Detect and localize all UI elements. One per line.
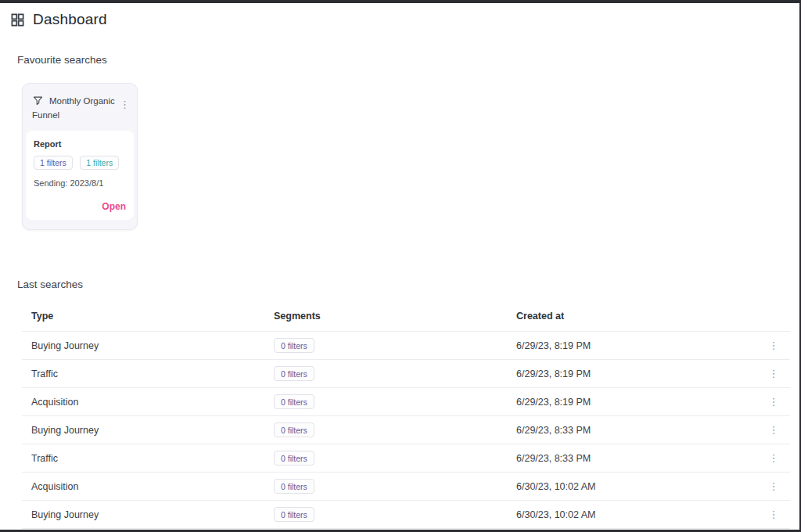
segments-badge: 0 filters bbox=[274, 422, 314, 437]
filter-badge: 1 filters bbox=[80, 156, 119, 170]
table-row[interactable]: Buying Journey 0 filters 6/30/23, 10:02 … bbox=[22, 501, 790, 529]
window-frame-top bbox=[0, 0, 801, 3]
row-created-at: 6/29/23, 8:19 PM bbox=[516, 368, 757, 379]
segments-badge: 0 filters bbox=[274, 366, 314, 381]
row-created-at: 6/29/23, 8:33 PM bbox=[516, 453, 757, 464]
funnel-icon bbox=[32, 95, 44, 106]
page-title: Dashboard bbox=[33, 11, 107, 28]
row-type: Acquisition bbox=[22, 397, 274, 408]
open-link[interactable]: Open bbox=[34, 201, 126, 212]
sending-date: Sending: 2023/8/1 bbox=[34, 178, 126, 188]
row-type: Buying Journey bbox=[22, 425, 274, 436]
last-searches-heading: Last searches bbox=[17, 279, 801, 290]
last-searches-table: Type Segments Created at Buying Journey … bbox=[22, 303, 790, 532]
row-type: Buying Journey bbox=[22, 340, 274, 351]
favourite-card-body: Report 1 filters 1 filters Sending: 2023… bbox=[26, 131, 134, 220]
table-row[interactable]: Acquisition 0 filters 6/29/23, 8:19 PM ⋮ bbox=[22, 388, 790, 416]
column-header-created-at: Created at bbox=[516, 311, 757, 322]
filter-badge: 1 filters bbox=[34, 156, 73, 170]
row-type: Buying Journey bbox=[22, 509, 274, 520]
row-type: Traffic bbox=[22, 368, 274, 379]
segments-badge: 0 filters bbox=[274, 394, 314, 409]
segments-badge: 0 filters bbox=[274, 338, 314, 353]
favourite-card-title: Monthly Organic Funnel bbox=[32, 96, 115, 120]
column-header-type: Type bbox=[22, 311, 274, 322]
favourite-card-header: ⋮ Monthly Organic Funnel bbox=[23, 84, 137, 127]
row-created-at: 6/29/23, 8:19 PM bbox=[516, 397, 757, 408]
report-label: Report bbox=[34, 139, 126, 149]
segments-badge: 0 filters bbox=[274, 479, 314, 494]
app-header: Dashboard bbox=[10, 11, 801, 28]
table-header-row: Type Segments Created at bbox=[22, 303, 790, 332]
table-row[interactable]: Traffic 0 filters 6/29/23, 8:33 PM ⋮ bbox=[22, 444, 790, 473]
grid-icon bbox=[10, 13, 25, 27]
row-created-at: 6/29/23, 8:33 PM bbox=[516, 425, 757, 436]
row-created-at: 6/29/23, 8:19 PM bbox=[516, 340, 757, 351]
segments-badge: 0 filters bbox=[274, 507, 314, 522]
kebab-menu-icon[interactable]: ⋮ bbox=[757, 424, 790, 436]
kebab-menu-icon[interactable]: ⋮ bbox=[757, 480, 790, 492]
row-type: Acquisition bbox=[22, 481, 274, 492]
filter-badges: 1 filters 1 filters bbox=[34, 155, 126, 170]
kebab-menu-icon[interactable]: ⋮ bbox=[757, 340, 790, 351]
segments-badge: 0 filters bbox=[274, 451, 314, 466]
favourite-search-card[interactable]: ⋮ Monthly Organic Funnel Report 1 filter… bbox=[22, 83, 138, 230]
table-row[interactable]: Buying Journey 0 filters 6/29/23, 8:19 P… bbox=[22, 332, 790, 360]
table-row[interactable]: Acquisition 0 filters 6/30/23, 10:02 AM … bbox=[22, 473, 790, 501]
row-created-at: 6/30/23, 10:02 AM bbox=[516, 481, 757, 492]
kebab-menu-icon[interactable]: ⋮ bbox=[757, 452, 790, 464]
table-body: Buying Journey 0 filters 6/29/23, 8:19 P… bbox=[22, 332, 790, 532]
favourite-searches-heading: Favourite searches bbox=[17, 54, 801, 66]
table-row[interactable]: Buying Journey 0 filters 6/29/23, 8:33 P… bbox=[22, 416, 790, 444]
row-type: Traffic bbox=[22, 453, 274, 464]
kebab-menu-icon[interactable]: ⋮ bbox=[757, 509, 790, 520]
kebab-menu-icon[interactable]: ⋮ bbox=[757, 396, 790, 408]
kebab-menu-icon[interactable]: ⋮ bbox=[120, 101, 130, 109]
row-created-at: 6/30/23, 10:02 AM bbox=[516, 509, 757, 520]
column-header-segments: Segments bbox=[274, 311, 516, 322]
kebab-menu-icon[interactable]: ⋮ bbox=[757, 368, 790, 379]
table-row[interactable]: Traffic 0 filters 6/29/23, 8:19 PM ⋮ bbox=[22, 360, 790, 388]
